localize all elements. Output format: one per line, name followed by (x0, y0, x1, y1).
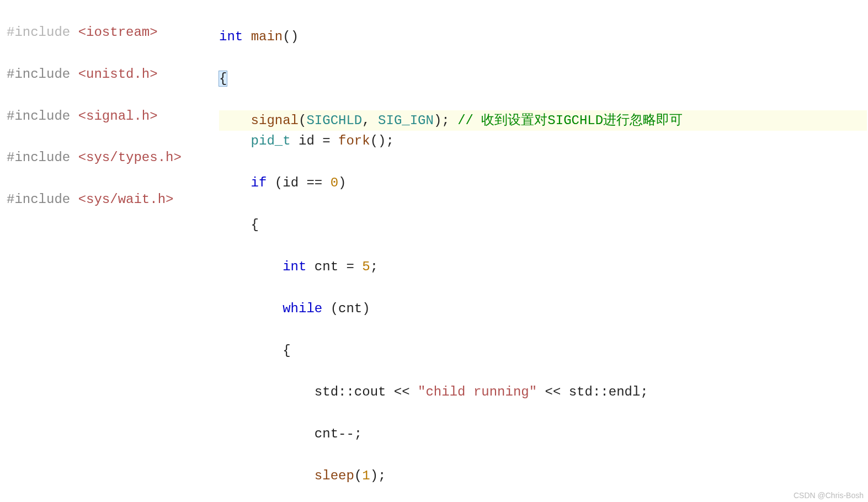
cout-child: std::cout << "child running" << std::end… (219, 382, 867, 403)
fn-main: main (251, 29, 283, 44)
kw-while: while (283, 301, 322, 316)
sig-ign: SIG_IGN (378, 113, 434, 128)
right-code-pane: int main() { signal(SIGCHLD, SIG_IGN); /… (218, 0, 868, 502)
preproc: #include (7, 67, 70, 82)
type-pid: pid_t (251, 133, 291, 148)
include-line-4: #include <sys/types.h> (7, 147, 211, 168)
str-child: "child running" (418, 384, 537, 399)
left-code-pane: #include <iostream> #include <unistd.h> … (0, 0, 218, 502)
preproc: #include (7, 192, 70, 207)
preproc: #include (7, 150, 70, 165)
comment-slash: // (457, 113, 481, 128)
sigchld: SIGCHLD (306, 113, 362, 128)
cnt-dec: cnt--; (219, 424, 867, 445)
brace: { (219, 340, 867, 361)
brace: { (219, 215, 867, 236)
brace-open: { (219, 68, 867, 89)
kw-int: int (283, 259, 306, 274)
watermark: CSDN @Chris-Bosh (794, 491, 864, 500)
include-line-3: #include <signal.h> (7, 106, 211, 127)
header: <iostream> (78, 25, 158, 40)
fn-fork: fork (338, 133, 370, 148)
num-five: 5 (362, 259, 370, 274)
include-line-2: #include <unistd.h> (7, 64, 211, 85)
include-line-1: #include <iostream> (7, 22, 211, 43)
signal-line: signal(SIGCHLD, SIG_IGN); // 收到设置对SIGCHL… (219, 110, 867, 131)
while-line: while (cnt) (219, 298, 867, 319)
preproc: #include (7, 25, 70, 40)
kw-int: int (219, 29, 243, 44)
comment-text: 收到设置对SIGCHLD进行忽略即可 (481, 113, 683, 128)
header: <sys/types.h> (78, 150, 182, 165)
fn-signal: signal (251, 113, 299, 128)
header: <signal.h> (78, 109, 158, 124)
fn-sleep: sleep (315, 468, 354, 483)
if-line: if (id == 0) (219, 173, 867, 194)
header: <unistd.h> (78, 67, 158, 82)
num-zero: 0 (331, 175, 338, 190)
main-signature: int main() (219, 26, 867, 47)
preproc: #include (7, 109, 70, 124)
include-line-5: #include <sys/wait.h> (7, 189, 211, 210)
num-one: 1 (362, 468, 370, 483)
sleep-1: sleep(1); (219, 466, 867, 487)
header: <sys/wait.h> (78, 192, 174, 207)
pid-line: pid_t id = fork(); (219, 131, 867, 152)
kw-if: if (251, 175, 267, 190)
cnt-decl: int cnt = 5; (219, 257, 867, 277)
